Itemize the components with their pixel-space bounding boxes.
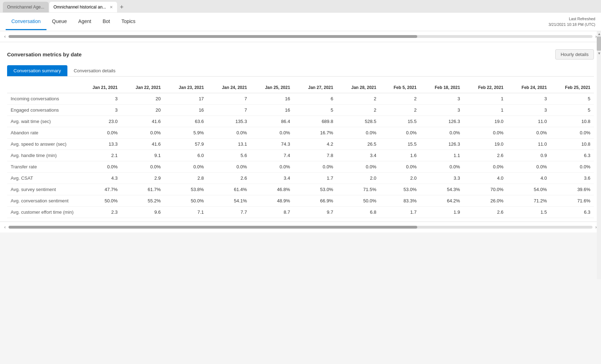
metric-column-header [7,82,78,93]
cell-7-1: 2.9 [121,173,165,184]
scroll-down-icon[interactable]: ▼ [597,51,601,56]
cell-9-11: 71.6% [550,195,594,207]
cell-4-6: 26.5 [337,139,380,150]
browser-tab-1-label: Omnichannel Age... [7,5,44,10]
metric-label-0: Incoming conversations [7,93,78,105]
cell-6-10: 0.0% [507,161,550,173]
scroll-left-button[interactable]: ‹ [3,33,7,40]
cell-4-7: 15.5 [380,139,420,150]
cell-2-2: 63.6 [164,116,208,127]
cell-7-0: 4.3 [78,173,121,184]
cell-0-11: 5 [550,93,594,105]
cell-7-5: 1.7 [294,173,337,184]
bottom-scroll-track[interactable] [9,226,592,229]
cell-2-5: 689.8 [294,116,337,127]
cell-10-4: 8.7 [250,207,294,218]
cell-9-9: 26.0% [464,195,507,207]
column-header-11: Feb 25, 2021 [550,82,594,93]
column-header-6: Jan 28, 2021 [337,82,380,93]
right-scrollbar[interactable]: ▲ ▼ [597,31,601,233]
cell-7-2: 2.8 [164,173,208,184]
table-row: Incoming conversations320177166223135 [7,93,594,105]
cell-10-0: 2.3 [78,207,121,218]
cell-6-1: 0.0% [121,161,165,173]
cell-5-4: 7.4 [250,150,294,161]
bottom-scroll-left-button[interactable]: ‹ [3,224,7,230]
nav-tabs: Conversation Queue Agent Bot Topics [6,13,141,30]
cell-9-3: 54.1% [208,195,251,207]
bottom-scrollbar: ‹ › [0,222,601,233]
cell-1-11: 5 [550,105,594,116]
cell-3-9: 0.0% [464,127,507,139]
cell-7-4: 3.4 [250,173,294,184]
cell-0-0: 3 [78,93,121,105]
cell-4-2: 57.9 [164,139,208,150]
cell-4-0: 13.3 [78,139,121,150]
cell-7-6: 2.0 [337,173,380,184]
cell-10-11: 6.3 [550,207,594,218]
cell-3-6: 0.0% [337,127,380,139]
nav-tab-queue[interactable]: Queue [46,13,73,30]
browser-tab-1[interactable]: Omnichannel Age... [3,2,49,12]
cell-0-4: 16 [250,93,294,105]
cell-2-11: 10.8 [550,116,594,127]
cell-3-10: 0.0% [507,127,550,139]
cell-8-4: 46.8% [250,184,294,195]
hourly-details-button[interactable]: Hourly details [555,49,594,60]
cell-9-2: 50.0% [164,195,208,207]
column-header-1: Jan 22, 2021 [121,82,165,93]
cell-5-5: 7.8 [294,150,337,161]
metric-label-8: Avg. survey sentiment [7,184,78,195]
column-header-7: Feb 5, 2021 [380,82,420,93]
view-tabs: Conversation summary Conversation detail… [7,65,594,77]
cell-4-8: 126.3 [420,139,463,150]
cell-8-1: 61.7% [121,184,165,195]
cell-7-8: 3.3 [420,173,463,184]
cell-1-8: 3 [420,105,463,116]
scroll-track[interactable] [9,35,592,38]
tab-conversation-summary[interactable]: Conversation summary [7,65,67,76]
nav-tab-agent[interactable]: Agent [73,13,97,30]
table-row: Engaged conversations320167165223135 [7,105,594,116]
cell-3-2: 5.9% [164,127,208,139]
tab-conversation-details[interactable]: Conversation details [67,65,122,76]
cell-6-5: 0.0% [294,161,337,173]
cell-8-11: 39.6% [550,184,594,195]
cell-0-7: 2 [380,93,420,105]
cell-2-9: 19.0 [464,116,507,127]
cell-2-10: 11.0 [507,116,550,127]
cell-1-2: 16 [164,105,208,116]
metrics-table: Jan 21, 2021Jan 22, 2021Jan 23, 2021Jan … [7,82,594,218]
cell-7-9: 4.0 [464,173,507,184]
scroll-up-icon[interactable]: ▲ [597,31,601,37]
cell-1-10: 3 [507,105,550,116]
cell-10-2: 7.1 [164,207,208,218]
table-row: Abandon rate0.0%0.0%5.9%0.0%0.0%16.7%0.0… [7,127,594,139]
table-body: Incoming conversations320177166223135Eng… [7,93,594,218]
browser-tab-bar: Omnichannel Age... Omnichannel historica… [0,0,601,13]
cell-7-10: 4.0 [507,173,550,184]
metric-label-7: Avg. CSAT [7,173,78,184]
close-icon[interactable]: ✕ [110,5,113,10]
cell-1-9: 1 [464,105,507,116]
cell-10-1: 9.6 [121,207,165,218]
browser-tab-2[interactable]: Omnichannel historical an... ✕ [49,2,117,12]
last-refreshed-value: 3/21/2021 10:18 PM (UTC) [548,22,595,27]
cell-0-9: 1 [464,93,507,105]
table-row: Avg. conversation sentiment50.0%55.2%50.… [7,195,594,207]
nav-tab-bot[interactable]: Bot [97,13,116,30]
nav-tab-conversation[interactable]: Conversation [6,13,46,30]
cell-8-2: 53.8% [164,184,208,195]
data-table-wrapper: Jan 21, 2021Jan 22, 2021Jan 23, 2021Jan … [7,82,594,218]
cell-2-8: 126.3 [420,116,463,127]
table-row: Avg. wait time (sec)23.041.663.6135.386.… [7,116,594,127]
cell-1-4: 16 [250,105,294,116]
nav-tab-topics[interactable]: Topics [116,13,141,30]
column-header-5: Jan 27, 2021 [294,82,337,93]
cell-5-0: 2.1 [78,150,121,161]
metric-label-2: Avg. wait time (sec) [7,116,78,127]
add-tab-button[interactable]: + [118,4,126,11]
cell-3-4: 0.0% [250,127,294,139]
column-header-9: Feb 22, 2021 [464,82,507,93]
top-scrollbar: ‹ › [0,31,601,42]
